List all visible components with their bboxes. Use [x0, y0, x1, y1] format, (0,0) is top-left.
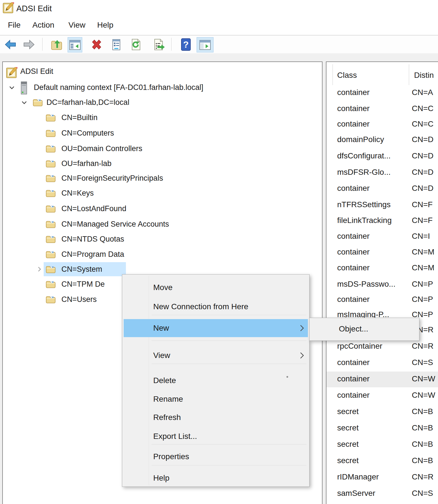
- tree-item-program-data[interactable]: CN=Program Data: [3, 247, 321, 261]
- show-action-pane-button[interactable]: [197, 37, 214, 52]
- help-button[interactable]: [179, 37, 193, 52]
- list-row[interactable]: containerCN=S: [326, 356, 438, 369]
- list-row[interactable]: domainPolicyCN=D: [326, 133, 438, 146]
- class-cell: nTFRSSettings: [337, 198, 391, 211]
- tree-item-foreign-security-principals[interactable]: CN=ForeignSecurityPrincipals: [3, 171, 321, 185]
- tree-item-label: ADSI Edit: [20, 65, 53, 78]
- tree-item-farhan-lab[interactable]: OU=farhan-lab: [3, 157, 321, 170]
- list-row[interactable]: containerCN=W: [326, 388, 438, 402]
- chevron-down-icon[interactable]: [8, 84, 15, 91]
- menu-action[interactable]: Action: [32, 17, 54, 35]
- class-cell: secret: [337, 454, 359, 467]
- dn-cell: CN=A: [412, 86, 433, 99]
- toolbar: [0, 35, 438, 54]
- menu-help[interactable]: Help: [97, 17, 114, 35]
- list-row[interactable]: secretCN=B: [326, 421, 438, 435]
- export-list-icon: [153, 38, 165, 51]
- export-list-button[interactable]: [152, 37, 166, 52]
- menu-view[interactable]: View: [68, 17, 85, 35]
- list-row[interactable]: containerCN=D: [326, 182, 438, 195]
- menu-item-new[interactable]: New: [124, 319, 308, 337]
- list-row[interactable]: containerCN=C: [326, 102, 438, 115]
- tree-item-computers[interactable]: CN=Computers: [3, 126, 321, 140]
- list-row[interactable]: containerCN=P: [326, 293, 438, 306]
- folder-icon: [46, 174, 56, 182]
- list-row[interactable]: rIDManagerCN=R: [326, 470, 438, 484]
- properties-button[interactable]: [109, 37, 123, 52]
- tree-item-builtin[interactable]: CN=Builtin: [3, 111, 321, 124]
- column-header-distinguished-name[interactable]: Distin: [414, 68, 434, 82]
- tree-item-lost-and-found[interactable]: CN=LostAndFound: [3, 202, 321, 215]
- menu-file[interactable]: File: [8, 17, 21, 35]
- delete-button[interactable]: [90, 37, 104, 52]
- tree-item-keys[interactable]: CN=Keys: [3, 186, 321, 200]
- menu-item-new-connection-from-here[interactable]: New Connection from Here: [124, 298, 308, 316]
- delete-icon: [90, 38, 103, 51]
- list-row[interactable]: containerCN=W: [326, 372, 438, 386]
- list-row[interactable]: dfsConfigurat...CN=D: [326, 149, 438, 163]
- refresh-button[interactable]: [129, 37, 143, 52]
- folder-icon: [46, 144, 56, 153]
- menu-item-view[interactable]: View: [124, 346, 308, 364]
- menu-item-properties[interactable]: Properties: [124, 448, 308, 466]
- tree-item-domain[interactable]: DC=farhan-lab,DC=local: [3, 96, 321, 109]
- list-row[interactable]: containerCN=I: [326, 229, 438, 243]
- class-cell: secret: [337, 421, 359, 435]
- dn-cell: CN=R: [412, 339, 433, 353]
- dn-cell: CN=R: [412, 470, 433, 484]
- dn-cell: CN=S: [412, 356, 433, 369]
- list-row[interactable]: containerCN=C: [326, 117, 438, 131]
- list-row[interactable]: secretCN=B: [326, 454, 438, 467]
- folder-icon: [46, 159, 56, 168]
- list-row[interactable]: msDFSR-Glo...CN=D: [326, 165, 438, 179]
- chevron-down-icon[interactable]: [21, 99, 28, 106]
- tree-item-managed-service-accounts[interactable]: CN=Managed Service Accounts: [3, 217, 321, 231]
- tree-item-label: CN=LostAndFound: [61, 202, 126, 215]
- back-button[interactable]: [3, 37, 17, 52]
- list-row[interactable]: containerCN=A: [326, 86, 438, 99]
- tree-item-ntds-quotas[interactable]: CN=NTDS Quotas: [3, 232, 321, 246]
- show-console-tree-button[interactable]: [68, 37, 82, 52]
- menu-item-refresh[interactable]: Refresh: [124, 408, 308, 426]
- menu-item-delete[interactable]: Delete: [124, 372, 308, 390]
- list-row[interactable]: rpcContainerCN=R: [326, 339, 438, 353]
- dn-cell: CN=W: [412, 372, 435, 386]
- class-cell: container: [337, 388, 370, 402]
- tree-item-root[interactable]: ADSI Edit: [3, 65, 321, 78]
- chevron-right-icon[interactable]: [36, 266, 43, 273]
- list-row[interactable]: secretCN=B: [326, 405, 438, 418]
- class-cell: samServer: [337, 487, 375, 500]
- tree-item-domain-controllers[interactable]: OU=Domain Controllers: [3, 142, 321, 155]
- column-header-class[interactable]: Class: [337, 68, 357, 82]
- list-row[interactable]: fileLinkTrackingCN=F: [326, 214, 438, 227]
- menu-item-rename[interactable]: Rename: [124, 390, 308, 408]
- class-cell: container: [337, 86, 370, 99]
- menu-item-help[interactable]: Help: [124, 469, 308, 487]
- tree-item-label: Default naming context [FA-DC01.farhan-l…: [34, 81, 203, 94]
- list-header: Class Distin: [326, 68, 438, 82]
- dn-cell: CN=B: [412, 454, 433, 467]
- tree-item-label: CN=Program Data: [61, 247, 124, 261]
- list-row[interactable]: msDS-Passwo...CN=P: [326, 277, 438, 291]
- dn-cell: CN=I: [412, 229, 430, 243]
- class-cell: container: [337, 182, 370, 195]
- tree-item-naming-context[interactable]: Default naming context [FA-DC01.farhan-l…: [3, 81, 321, 94]
- list-row[interactable]: samServerCN=S: [326, 487, 438, 500]
- forward-button[interactable]: [22, 37, 36, 52]
- menu-item-move[interactable]: Move: [124, 278, 308, 297]
- up-one-level-button[interactable]: [50, 37, 64, 52]
- list-row[interactable]: containerCN=M: [326, 245, 438, 259]
- folder-icon: [46, 220, 56, 228]
- submenu-item-object[interactable]: Object...: [311, 319, 418, 339]
- list-row[interactable]: secretCN=B: [326, 437, 438, 451]
- list-row[interactable]: nTFRSSettingsCN=F: [326, 198, 438, 211]
- tree-item-label: CN=Builtin: [61, 111, 97, 124]
- folder-icon: [46, 250, 56, 258]
- tree-item-system[interactable]: CN=System: [3, 262, 321, 276]
- dn-cell: CN=D: [412, 133, 433, 146]
- tree-item-label: CN=TPM De: [61, 277, 105, 291]
- show-console-tree-icon: [69, 39, 81, 51]
- class-cell: container: [337, 229, 370, 243]
- menu-item-export-list[interactable]: Export List...: [124, 427, 308, 445]
- list-row[interactable]: containerCN=M: [326, 261, 438, 275]
